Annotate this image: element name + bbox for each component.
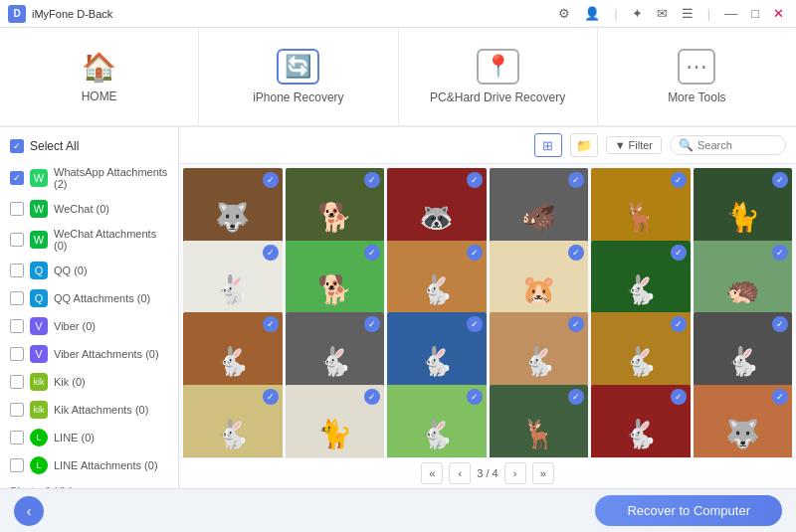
sidebar-item-viber-attachments[interactable]: V Viber Attachments (0): [0, 340, 178, 368]
qq-att-checkbox[interactable]: [10, 291, 24, 305]
photo-check-overlay[interactable]: ✓: [671, 316, 687, 332]
mail-icon[interactable]: ✉: [653, 4, 672, 23]
photo-check-overlay[interactable]: ✓: [364, 389, 380, 405]
minimize-icon[interactable]: —: [720, 4, 741, 23]
back-button[interactable]: ‹: [14, 496, 44, 526]
settings-icon[interactable]: ⚙: [554, 4, 574, 23]
photo-check-overlay[interactable]: ✓: [772, 245, 788, 261]
photo-check-overlay[interactable]: ✓: [263, 172, 279, 188]
sidebar-item-line[interactable]: L LINE (0): [0, 424, 178, 451]
photo-check-overlay[interactable]: ✓: [671, 245, 687, 261]
photo-check-overlay[interactable]: ✓: [467, 389, 483, 405]
line-checkbox[interactable]: [10, 431, 24, 444]
viber-att-checkbox[interactable]: [10, 347, 24, 361]
wechat-att-checkbox[interactable]: [10, 233, 24, 247]
qq-label: QQ (0): [54, 265, 88, 276]
photo-check-overlay[interactable]: ✓: [467, 245, 483, 261]
qq-att-label: QQ Attachments (0): [54, 292, 150, 304]
user-icon[interactable]: 👤: [580, 4, 604, 23]
nav-more-tools[interactable]: ⋯ More Tools: [598, 28, 796, 125]
next-page-button[interactable]: ›: [504, 462, 526, 484]
iphone-recovery-icon: 🔄: [277, 49, 319, 85]
folder-view-button[interactable]: 📁: [570, 133, 598, 157]
maximize-icon[interactable]: □: [747, 4, 763, 23]
sidebar-item-qq-attachments[interactable]: Q QQ Attachments (0): [0, 284, 178, 312]
star-icon[interactable]: ✦: [628, 4, 647, 23]
sidebar-item-qq[interactable]: Q QQ (0): [0, 257, 178, 284]
qq-checkbox[interactable]: [10, 264, 24, 277]
select-all-checkbox[interactable]: ✓: [10, 139, 24, 153]
kik-checkbox[interactable]: [10, 375, 24, 389]
photo-cell[interactable]: 🐇✓: [591, 385, 691, 458]
sidebar-item-line-attachments[interactable]: L LINE Attachments (0): [0, 451, 178, 479]
photo-check-overlay[interactable]: ✓: [364, 172, 380, 188]
photo-check-overlay[interactable]: ✓: [364, 316, 380, 332]
sidebar-item-kik[interactable]: kik Kik (0): [0, 368, 178, 396]
sidebar: ✓ Select All ✓ W WhatsApp Attachments (2…: [0, 127, 179, 488]
photo-check-overlay[interactable]: ✓: [772, 316, 788, 332]
photo-cell[interactable]: 🦌✓: [490, 385, 589, 458]
content-area: ⊞ 📁 ▼ Filter 🔍 🐺✓🐕✓🦝✓🐗✓🦌✓🐈✓🐇✓🐕✓🐇✓🐹✓🐇✓🦔✓🐇…: [179, 127, 796, 488]
whatsapp-icon: W: [30, 169, 48, 187]
last-page-button[interactable]: »: [532, 462, 554, 484]
sidebar-item-kik-attachments[interactable]: kik Kik Attachments (0): [0, 396, 178, 424]
select-all-row[interactable]: ✓ Select All: [0, 135, 178, 161]
wechat-checkbox[interactable]: [10, 202, 24, 216]
prev-page-button[interactable]: ‹: [449, 462, 471, 484]
photo-check-overlay[interactable]: ✓: [772, 389, 788, 405]
photo-check-overlay[interactable]: ✓: [671, 172, 687, 188]
qq-att-icon: Q: [30, 289, 48, 307]
photo-cell[interactable]: 🐈✓: [286, 385, 385, 458]
page-info: 3 / 4: [477, 467, 498, 479]
first-page-button[interactable]: «: [421, 462, 443, 484]
nav-home[interactable]: 🏠 HOME: [0, 28, 199, 125]
nav-iphone-label: iPhone Recovery: [253, 90, 343, 104]
search-input[interactable]: [697, 139, 777, 151]
search-icon: 🔍: [679, 138, 694, 152]
kik-icon: kik: [30, 373, 48, 391]
viber-att-icon: V: [30, 345, 48, 363]
viber-att-label: Viber Attachments (0): [54, 348, 159, 360]
photo-check-overlay[interactable]: ✓: [568, 172, 584, 188]
kik-label: Kik (0): [54, 376, 86, 388]
wechat-icon: W: [30, 200, 48, 218]
photo-check-overlay[interactable]: ✓: [263, 316, 279, 332]
total-pages: 4: [493, 467, 498, 479]
nav-pc-recovery[interactable]: 📍 PC&Hard Drive Recovery: [399, 28, 598, 125]
recover-button[interactable]: Recover to Computer: [595, 495, 782, 526]
photo-cell[interactable]: 🐺✓: [694, 385, 793, 458]
line-att-checkbox[interactable]: [10, 458, 24, 472]
photo-check-overlay[interactable]: ✓: [467, 172, 483, 188]
photo-check-overlay[interactable]: ✓: [467, 316, 483, 332]
photo-check-overlay[interactable]: ✓: [263, 245, 279, 261]
photo-check-overlay[interactable]: ✓: [568, 245, 584, 261]
kik-att-checkbox[interactable]: [10, 403, 24, 417]
more-tools-icon: ⋯: [678, 49, 715, 85]
wechat-label: WeChat (0): [54, 203, 109, 215]
sidebar-item-wechat-attachments[interactable]: W WeChat Attachments (0): [0, 223, 178, 257]
sidebar-item-wechat[interactable]: W WeChat (0): [0, 195, 178, 223]
menu-icon[interactable]: ☰: [678, 4, 697, 23]
qq-icon: Q: [30, 262, 48, 279]
photo-cell[interactable]: 🐇✓: [183, 385, 283, 458]
kik-att-icon: kik: [30, 401, 48, 419]
line-icon: L: [30, 429, 48, 446]
close-icon[interactable]: ✕: [769, 4, 788, 23]
pagination-bar: « ‹ 3 / 4 › »: [179, 457, 796, 488]
line-label: LINE (0): [54, 432, 95, 443]
wechat-att-label: WeChat Attachments (0): [54, 228, 168, 252]
photo-check-overlay[interactable]: ✓: [671, 389, 687, 405]
photo-cell[interactable]: 🐇✓: [387, 385, 487, 458]
sidebar-item-viber[interactable]: V Viber (0): [0, 312, 178, 340]
nav-iphone-recovery[interactable]: 🔄 iPhone Recovery: [199, 28, 398, 125]
whatsapp-checkbox[interactable]: ✓: [10, 171, 24, 185]
grid-view-button[interactable]: ⊞: [534, 133, 562, 157]
photo-check-overlay[interactable]: ✓: [364, 245, 380, 261]
photo-check-overlay[interactable]: ✓: [772, 172, 788, 188]
viber-checkbox[interactable]: [10, 319, 24, 333]
photo-check-overlay[interactable]: ✓: [568, 316, 584, 332]
sidebar-item-whatsapp[interactable]: ✓ W WhatsApp Attachments (2): [0, 161, 178, 195]
photo-check-overlay[interactable]: ✓: [263, 389, 279, 405]
filter-button[interactable]: ▼ Filter: [606, 136, 662, 154]
photo-check-overlay[interactable]: ✓: [568, 389, 584, 405]
